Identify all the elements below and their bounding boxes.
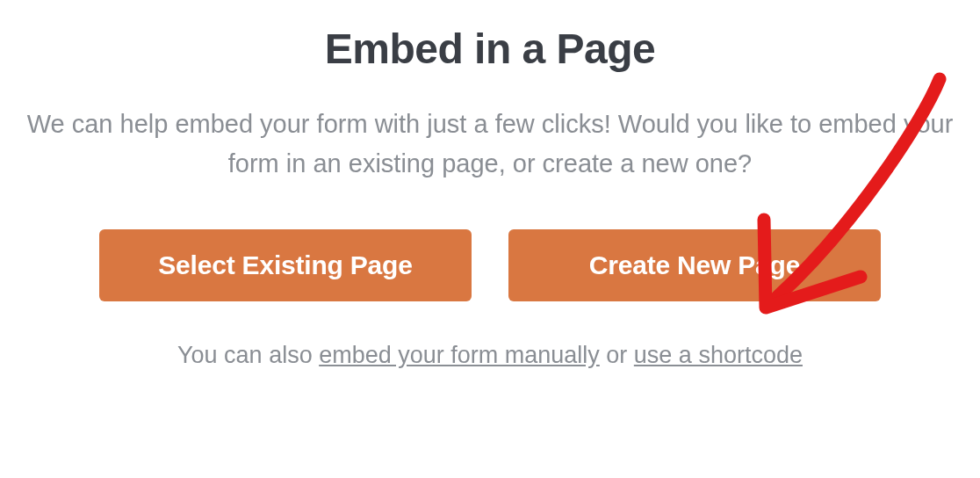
select-existing-page-button[interactable]: Select Existing Page: [99, 229, 472, 301]
button-row: Select Existing Page Create New Page: [99, 229, 881, 301]
modal-description: We can help embed your form with just a …: [25, 105, 955, 184]
embed-manually-link[interactable]: embed your form manually: [319, 342, 600, 368]
create-new-page-button[interactable]: Create New Page: [508, 229, 881, 301]
footer-text: You can also embed your form manually or…: [177, 342, 803, 369]
footer-middle: or: [600, 342, 634, 368]
use-shortcode-link[interactable]: use a shortcode: [634, 342, 803, 368]
footer-prefix: You can also: [177, 342, 319, 368]
modal-title: Embed in a Page: [325, 25, 656, 73]
